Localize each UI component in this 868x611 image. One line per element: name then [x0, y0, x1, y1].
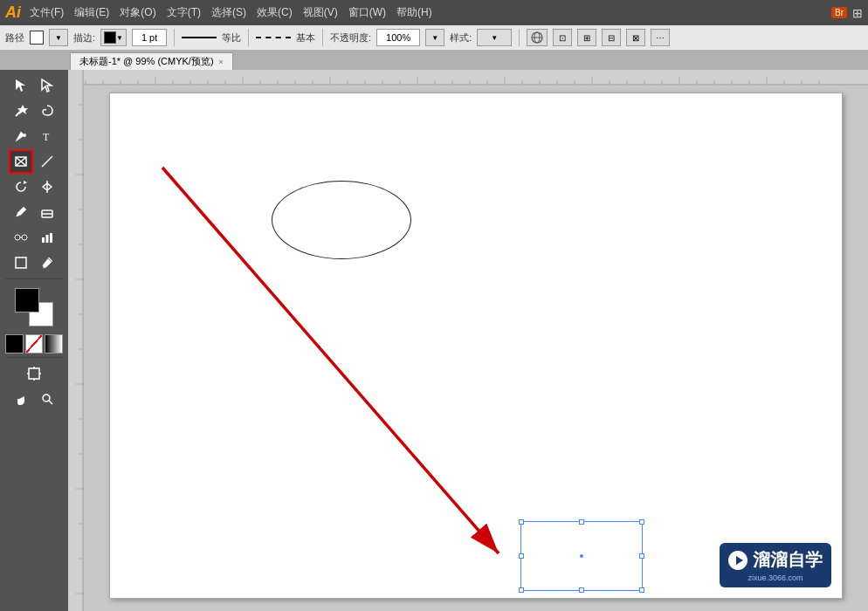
- stroke-indicator[interactable]: [25, 334, 44, 354]
- selected-rect-object[interactable]: [520, 521, 643, 591]
- svg-marker-13: [24, 181, 27, 184]
- fill-swatch[interactable]: [30, 31, 44, 45]
- main-area: T: [0, 70, 868, 611]
- br-badge[interactable]: Br: [831, 7, 847, 18]
- svg-rect-33: [68, 70, 868, 86]
- tool-row-1: [2, 73, 66, 98]
- arrange-icon[interactable]: ⊟: [602, 29, 621, 46]
- svg-point-19: [22, 235, 27, 240]
- artboard-tool-btn[interactable]: [22, 361, 46, 386]
- watermark: 溜溜自学 zixue.3066.com: [720, 543, 831, 587]
- text-tool[interactable]: T: [35, 124, 59, 148]
- watermark-text: 溜溜自学: [753, 548, 823, 572]
- selection-tool[interactable]: [9, 73, 33, 98]
- toolbar-divider-2: [5, 357, 63, 358]
- opacity-label: 不透明度:: [330, 31, 371, 45]
- grid-icon[interactable]: ⊞: [852, 6, 863, 20]
- handle-bl[interactable]: [519, 587, 524, 593]
- ellipse-object[interactable]: [272, 181, 411, 259]
- stroke-width-input[interactable]: [132, 29, 167, 46]
- ruler-vertical: [68, 70, 84, 611]
- handle-tl[interactable]: [519, 519, 524, 525]
- ruler-horizontal: [68, 70, 868, 86]
- rectangle-frame-tool[interactable]: [9, 149, 33, 174]
- transform-icon[interactable]: ⊞: [577, 29, 596, 46]
- menu-help[interactable]: 帮助(H): [396, 5, 432, 20]
- document-tab[interactable]: 未标题-1* @ 99% (CMYK/预览) ×: [70, 52, 233, 70]
- handle-br[interactable]: [639, 587, 644, 593]
- hand-tool-btn[interactable]: [9, 387, 33, 411]
- watermark-play-icon: [728, 551, 747, 570]
- handle-bm[interactable]: [579, 587, 584, 593]
- align-icon[interactable]: ⊡: [553, 29, 572, 46]
- fill-dropdown[interactable]: ▼: [49, 29, 68, 46]
- menu-window[interactable]: 窗口(W): [348, 5, 386, 20]
- basic-label: 基本: [296, 31, 315, 45]
- dashed-line-icon: [256, 37, 291, 38]
- style-dropdown[interactable]: ▼: [477, 29, 512, 46]
- tool-row-7: [2, 225, 66, 250]
- gradient-indicator[interactable]: [45, 334, 63, 354]
- watermark-url: zixue.3066.com: [747, 573, 803, 582]
- options-divider-3: [322, 29, 323, 46]
- center-point: [580, 554, 583, 558]
- menu-object[interactable]: 对象(O): [120, 5, 155, 20]
- svg-rect-21: [42, 237, 45, 243]
- color-swatch-area: [2, 286, 66, 332]
- blend-tool[interactable]: [9, 225, 33, 250]
- opacity-input[interactable]: [376, 29, 420, 46]
- canvas[interactable]: 溜溜自学 zixue.3066.com: [109, 93, 843, 599]
- red-arrow-annotation: [110, 93, 843, 599]
- tab-bar: 未标题-1* @ 99% (CMYK/预览) ×: [0, 51, 868, 70]
- zoom-tool-btn[interactable]: [35, 387, 59, 411]
- menu-select[interactable]: 选择(S): [211, 5, 246, 20]
- rotate-tool[interactable]: [9, 175, 33, 199]
- svg-rect-26: [29, 368, 39, 379]
- stroke-dropdown[interactable]: ▼: [100, 29, 127, 46]
- menu-effect[interactable]: 效果(C): [257, 5, 293, 20]
- tab-title: 未标题-1* @ 99% (CMYK/预览): [79, 55, 214, 68]
- stroke-label: 描边:: [73, 31, 95, 45]
- svg-marker-4: [42, 79, 52, 92]
- menu-text[interactable]: 文字(T): [167, 5, 201, 20]
- eyedropper-tool[interactable]: [35, 251, 59, 275]
- reflect-tool[interactable]: [35, 175, 59, 199]
- more-icon[interactable]: ⋯: [651, 29, 670, 46]
- menu-file[interactable]: 文件(F): [30, 5, 64, 20]
- handle-tr[interactable]: [639, 519, 644, 525]
- foreground-color-swatch[interactable]: [15, 288, 39, 312]
- handle-tm[interactable]: [579, 519, 584, 525]
- pen-tool[interactable]: [9, 124, 33, 148]
- svg-line-32: [49, 401, 52, 404]
- options-bar: 路径 ▼ 描边: ▼ 等比 基本 不透明度: ▼ 样式: ▼ ⊡ ⊞ ⊟ ⊠ ⋯: [0, 25, 868, 51]
- svg-line-12: [42, 156, 52, 167]
- handle-mr[interactable]: [639, 553, 644, 559]
- gradient-tool[interactable]: [9, 251, 33, 275]
- lasso-tool[interactable]: [35, 99, 59, 123]
- handle-ml[interactable]: [519, 553, 524, 559]
- tool-row-6: [2, 200, 66, 224]
- svg-rect-78: [68, 70, 84, 611]
- menu-edit[interactable]: 编辑(E): [74, 5, 109, 20]
- fill-indicator[interactable]: [5, 334, 24, 354]
- line-tool[interactable]: [35, 149, 59, 174]
- magic-wand-tool[interactable]: [9, 99, 33, 123]
- options-divider-2: [248, 29, 249, 46]
- menu-view[interactable]: 视图(V): [303, 5, 338, 20]
- tool-row-3: T: [2, 124, 66, 148]
- stroke-line-icon: [182, 37, 217, 38]
- bar-chart-tool[interactable]: [35, 225, 59, 250]
- tool-row-2: [2, 99, 66, 123]
- distribute-icon[interactable]: ⊠: [626, 29, 645, 46]
- global-icon[interactable]: [527, 29, 548, 46]
- svg-point-7: [23, 134, 26, 137]
- tool-row-nav: [2, 387, 66, 411]
- canvas-area[interactable]: 溜溜自学 zixue.3066.com: [68, 70, 868, 611]
- pencil-tool[interactable]: [9, 200, 33, 224]
- opacity-dropdown[interactable]: ▼: [425, 29, 444, 46]
- path-label: 路径: [5, 31, 24, 45]
- options-divider-1: [174, 29, 175, 46]
- direct-selection-tool[interactable]: [35, 73, 59, 98]
- eraser-tool[interactable]: [35, 200, 59, 224]
- tab-close-button[interactable]: ×: [219, 58, 224, 66]
